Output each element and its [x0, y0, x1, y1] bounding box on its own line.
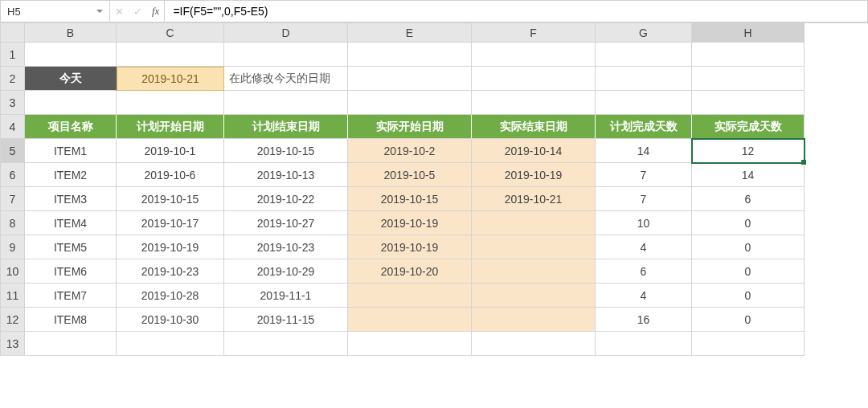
today-note[interactable]: 在此修改今天的日期 [224, 67, 348, 91]
today-label[interactable]: 今天 [25, 67, 117, 91]
cell[interactable] [692, 67, 805, 91]
cell[interactable] [472, 259, 596, 284]
name-box[interactable]: H5 [1, 1, 110, 22]
cell[interactable] [117, 43, 224, 67]
cell-item[interactable]: ITEM2 [25, 163, 117, 187]
table-header[interactable]: 实际完成天数 [692, 115, 805, 139]
formula-input[interactable] [165, 1, 867, 22]
cell-item[interactable]: ITEM5 [25, 235, 117, 259]
cell[interactable] [25, 332, 117, 356]
cell[interactable]: 2019-10-20 [348, 259, 472, 284]
cell[interactable] [348, 284, 472, 308]
cell[interactable] [472, 91, 596, 115]
cell[interactable]: 0 [692, 284, 805, 308]
cell[interactable] [596, 91, 692, 115]
row-header[interactable]: 1 [1, 43, 25, 67]
cell[interactable]: 2019-10-23 [117, 259, 224, 284]
cell[interactable]: 14 [692, 163, 805, 187]
cell[interactable] [472, 43, 596, 67]
cell[interactable]: 2019-10-29 [224, 259, 348, 284]
table-header[interactable]: 项目名称 [25, 115, 117, 139]
row-header[interactable]: 3 [1, 91, 25, 115]
spreadsheet-grid[interactable]: B C D E F G H 1 2 今天 2019-10-21 在此修改今天的日… [0, 22, 868, 356]
select-all-corner[interactable] [1, 23, 25, 43]
cell[interactable] [224, 43, 348, 67]
cell[interactable]: 2019-10-27 [224, 211, 348, 235]
row-header[interactable]: 9 [1, 235, 25, 259]
cell-item[interactable]: ITEM7 [25, 284, 117, 308]
cell[interactable]: 2019-10-19 [348, 211, 472, 235]
cell[interactable] [117, 332, 224, 356]
cell[interactable] [224, 332, 348, 356]
table-header[interactable]: 计划结束日期 [224, 115, 348, 139]
cell-item[interactable]: ITEM6 [25, 259, 117, 284]
table-header[interactable]: 计划开始日期 [117, 115, 224, 139]
cell[interactable]: 2019-10-13 [224, 163, 348, 187]
row-header[interactable]: 2 [1, 67, 25, 91]
cell[interactable] [472, 308, 596, 332]
cell[interactable] [692, 332, 805, 356]
cell[interactable]: 2019-10-15 [117, 187, 224, 211]
cell[interactable] [25, 91, 117, 115]
col-header-F[interactable]: F [472, 23, 596, 43]
row-header[interactable]: 10 [1, 259, 25, 284]
table-header[interactable]: 实际结束日期 [472, 115, 596, 139]
cell[interactable]: 2019-10-17 [117, 211, 224, 235]
cell[interactable] [596, 332, 692, 356]
cell[interactable] [348, 332, 472, 356]
col-header-D[interactable]: D [224, 23, 348, 43]
cell[interactable]: 2019-10-23 [224, 235, 348, 259]
cell[interactable] [596, 67, 692, 91]
table-header[interactable]: 实际开始日期 [348, 115, 472, 139]
table-header[interactable]: 计划完成天数 [596, 115, 692, 139]
cell[interactable]: 4 [596, 235, 692, 259]
cell[interactable]: 2019-10-21 [472, 187, 596, 211]
cell-item[interactable]: ITEM8 [25, 308, 117, 332]
row-header[interactable]: 7 [1, 187, 25, 211]
col-header-E[interactable]: E [348, 23, 472, 43]
cell[interactable]: 6 [596, 259, 692, 284]
cell[interactable] [25, 43, 117, 67]
cell[interactable] [472, 67, 596, 91]
cell[interactable]: 16 [596, 308, 692, 332]
cell[interactable] [692, 43, 805, 67]
col-header-C[interactable]: C [117, 23, 224, 43]
cell[interactable] [348, 67, 472, 91]
cell[interactable]: 10 [596, 211, 692, 235]
cell[interactable]: 2019-10-2 [348, 139, 472, 163]
selected-cell[interactable]: 12 [692, 139, 805, 163]
cell[interactable]: 2019-10-15 [348, 187, 472, 211]
cell[interactable]: 7 [596, 163, 692, 187]
cell[interactable]: 6 [692, 187, 805, 211]
cell[interactable]: 2019-10-14 [472, 139, 596, 163]
cell[interactable]: 2019-11-1 [224, 284, 348, 308]
cell[interactable]: 2019-10-28 [117, 284, 224, 308]
cell[interactable]: 2019-10-15 [224, 139, 348, 163]
row-header[interactable]: 5 [1, 139, 25, 163]
cell[interactable] [117, 91, 224, 115]
row-header[interactable]: 4 [1, 115, 25, 139]
confirm-icon[interactable]: ✓ [133, 6, 142, 18]
row-header[interactable]: 12 [1, 308, 25, 332]
cancel-icon[interactable]: ✕ [115, 6, 124, 18]
row-header[interactable]: 6 [1, 163, 25, 187]
cell-item[interactable]: ITEM4 [25, 211, 117, 235]
col-header-B[interactable]: B [25, 23, 117, 43]
cell[interactable] [596, 43, 692, 67]
cell[interactable] [348, 43, 472, 67]
row-header[interactable]: 8 [1, 211, 25, 235]
cell[interactable] [472, 332, 596, 356]
cell[interactable]: 2019-10-6 [117, 163, 224, 187]
cell[interactable]: 2019-10-30 [117, 308, 224, 332]
cell[interactable] [472, 235, 596, 259]
cell[interactable] [472, 211, 596, 235]
cell[interactable] [472, 284, 596, 308]
cell[interactable]: 2019-10-1 [117, 139, 224, 163]
dropdown-icon[interactable] [96, 10, 103, 13]
cell[interactable]: 2019-10-19 [117, 235, 224, 259]
cell[interactable]: 4 [596, 284, 692, 308]
cell[interactable]: 2019-10-22 [224, 187, 348, 211]
cell[interactable]: 0 [692, 235, 805, 259]
col-header-H[interactable]: H [692, 23, 805, 43]
row-header[interactable]: 13 [1, 332, 25, 356]
